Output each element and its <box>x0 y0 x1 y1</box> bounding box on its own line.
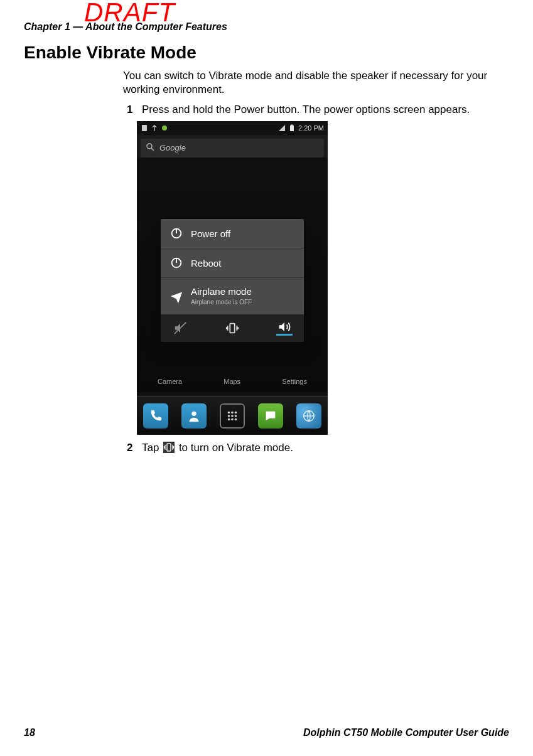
vibrate-icon[interactable] <box>224 321 240 336</box>
search-bar[interactable]: Google <box>141 139 324 157</box>
svg-rect-2 <box>290 125 294 131</box>
menu-sublabel: Airplane mode is OFF <box>191 299 252 307</box>
svg-rect-23 <box>167 444 171 451</box>
sound-mode-row <box>161 314 304 342</box>
running-header: Chapter 1 — About the Computer Features <box>24 21 509 33</box>
dock-contacts-icon[interactable] <box>181 403 207 429</box>
svg-point-14 <box>231 411 234 413</box>
step-1: 1 Press and hold the Power button. The p… <box>123 103 509 117</box>
status-debug-icon <box>161 124 168 132</box>
intro-paragraph: You can switch to Vibrate mode and disab… <box>123 69 509 97</box>
svg-point-13 <box>228 411 230 413</box>
guide-title: Dolphin CT50 Mobile Computer User Guide <box>303 727 509 738</box>
homescreen-app-labels: Camera Maps Settings <box>137 377 328 386</box>
step-text: Tap to turn on Vibrate mode. <box>142 441 509 455</box>
search-placeholder: Google <box>159 143 186 154</box>
page-footer: 18 Dolphin CT50 Mobile Computer User Gui… <box>24 727 509 738</box>
svg-point-18 <box>235 415 237 417</box>
svg-rect-11 <box>230 324 234 333</box>
svg-rect-0 <box>142 125 147 131</box>
svg-point-4 <box>147 144 152 149</box>
power-menu: Power off Reboot Airplane mode Airplane … <box>161 219 304 342</box>
svg-rect-3 <box>291 125 293 126</box>
step-number: 1 <box>127 103 136 117</box>
step-text: Press and hold the Power button. The pow… <box>142 103 509 117</box>
svg-point-17 <box>231 415 234 417</box>
phone-screenshot: 2:20 PM Google Power off <box>137 121 328 435</box>
menu-reboot[interactable]: Reboot <box>161 248 304 277</box>
mute-icon[interactable] <box>172 321 188 336</box>
dock-apps-icon[interactable] <box>220 403 245 429</box>
status-battery-icon <box>288 124 296 132</box>
dock-phone-icon[interactable] <box>143 403 168 429</box>
svg-point-20 <box>231 418 234 420</box>
step-2: 2 Tap to turn on Vibrate mode. <box>123 441 509 455</box>
svg-line-5 <box>151 148 154 151</box>
app-label: Maps <box>223 377 240 386</box>
svg-point-19 <box>228 418 230 420</box>
svg-point-16 <box>228 415 230 417</box>
vibrate-inline-icon <box>163 442 175 453</box>
status-usb-icon <box>151 124 158 132</box>
menu-power-off[interactable]: Power off <box>161 219 304 248</box>
dock-browser-icon[interactable] <box>296 403 321 429</box>
svg-point-21 <box>235 418 237 420</box>
section-title: Enable Vibrate Mode <box>24 43 509 63</box>
dock-messaging-icon[interactable] <box>258 403 283 429</box>
status-time: 2:20 PM <box>298 124 324 132</box>
page-number: 18 <box>24 727 35 738</box>
step-text-before: Tap <box>142 442 162 454</box>
dock <box>137 396 328 435</box>
search-icon <box>146 142 154 154</box>
app-label: Settings <box>282 377 307 386</box>
app-label: Camera <box>158 377 182 386</box>
status-bar: 2:20 PM <box>137 121 328 135</box>
svg-point-15 <box>235 411 237 413</box>
status-sd-icon <box>141 124 148 132</box>
airplane-icon <box>170 289 183 303</box>
status-signal-icon <box>278 124 286 132</box>
menu-label: Power off <box>191 228 230 240</box>
svg-point-1 <box>162 125 167 130</box>
svg-point-12 <box>192 411 197 415</box>
power-icon <box>170 226 183 240</box>
menu-airplane-mode[interactable]: Airplane mode Airplane mode is OFF <box>161 277 304 314</box>
step-text-after: to turn on Vibrate mode. <box>179 442 293 454</box>
menu-label: Reboot <box>191 257 221 269</box>
sound-on-icon[interactable] <box>276 321 293 336</box>
power-icon <box>170 256 183 270</box>
step-number: 2 <box>127 441 136 455</box>
menu-label: Airplane mode <box>191 286 252 297</box>
